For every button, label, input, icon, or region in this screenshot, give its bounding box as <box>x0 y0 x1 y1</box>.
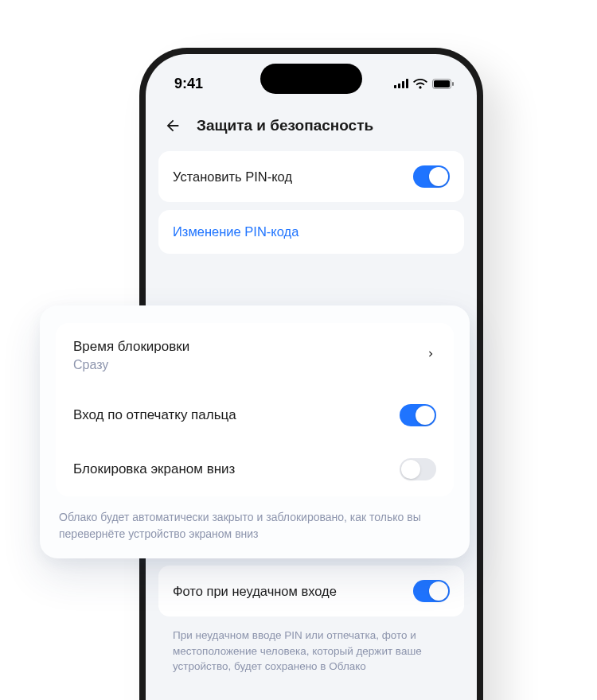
toggle-knob <box>429 167 448 186</box>
lock-settings-popover: Время блокировки Сразу Вход по отпечатку… <box>40 305 470 558</box>
screen-down-hint: Облако будет автоматически закрыто и заб… <box>40 504 470 544</box>
svg-rect-1 <box>398 84 400 88</box>
chevron-right-icon <box>425 347 436 364</box>
set-pin-toggle[interactable] <box>413 165 450 188</box>
status-icons <box>394 79 455 89</box>
set-pin-label: Установить PIN-код <box>173 169 292 185</box>
change-pin-card: Изменение PIN-кода <box>158 210 464 254</box>
screen-down-row[interactable]: Блокировка экраном вниз <box>56 442 454 496</box>
svg-rect-5 <box>434 80 450 88</box>
intruder-card: Фото при неудачном входе <box>158 566 464 616</box>
page-title: Защита и безопасность <box>197 117 373 134</box>
svg-rect-2 <box>402 81 404 88</box>
pin-card: Установить PIN-код <box>158 151 464 202</box>
lock-time-row[interactable]: Время блокировки Сразу <box>56 323 454 388</box>
status-time: 9:41 <box>174 76 203 92</box>
change-pin-link[interactable]: Изменение PIN-кода <box>158 210 464 254</box>
svg-rect-0 <box>394 85 396 88</box>
fingerprint-toggle[interactable] <box>400 404 436 426</box>
screen-down-toggle[interactable] <box>400 458 436 480</box>
toggle-knob <box>429 581 448 601</box>
toggle-knob <box>401 460 420 479</box>
cellular-signal-icon <box>394 79 408 88</box>
toggle-knob <box>416 406 435 425</box>
screen-down-label: Блокировка экраном вниз <box>73 461 235 477</box>
svg-rect-6 <box>452 82 454 86</box>
dynamic-island <box>260 64 362 94</box>
fingerprint-row[interactable]: Вход по отпечатку пальца <box>56 388 454 442</box>
page-header: Защита и безопасность <box>146 102 477 151</box>
intruder-hint: При неудачном вводе PIN или отпечатка, ф… <box>158 624 464 690</box>
intruder-row[interactable]: Фото при неудачном входе <box>158 566 464 616</box>
intruder-toggle[interactable] <box>413 580 450 602</box>
lock-time-value: Сразу <box>73 358 189 372</box>
lock-time-label: Время блокировки <box>73 339 189 355</box>
svg-rect-3 <box>406 79 408 88</box>
wifi-icon <box>413 79 427 89</box>
battery-icon <box>432 79 455 89</box>
set-pin-row[interactable]: Установить PIN-код <box>158 151 464 202</box>
lock-settings-list: Время блокировки Сразу Вход по отпечатку… <box>56 323 454 496</box>
back-button[interactable] <box>162 115 184 137</box>
intruder-label: Фото при неудачном входе <box>173 584 337 599</box>
arrow-left-icon <box>164 117 181 134</box>
fingerprint-label: Вход по отпечатку пальца <box>73 407 236 423</box>
